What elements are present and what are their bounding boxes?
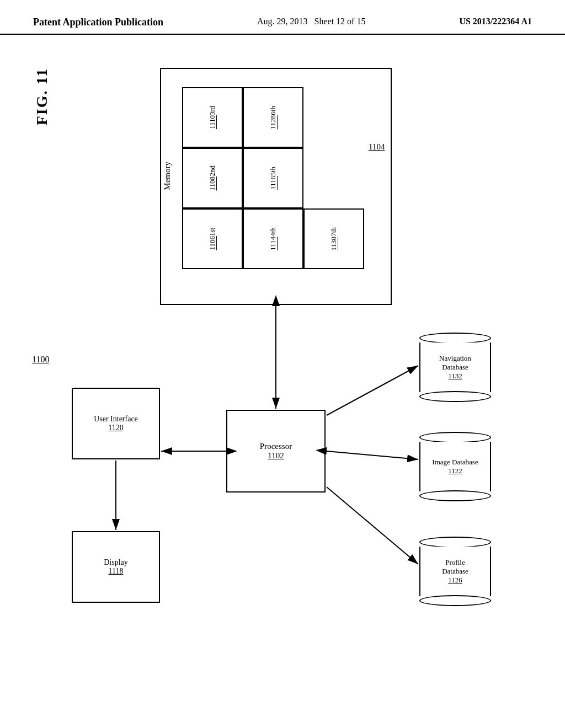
memory-cell-3rd: 3rd 1110	[182, 87, 243, 148]
figure-label: FIG. 11	[33, 68, 51, 125]
diagram-area: FIG. 11 1100 Memory 1104 3rd 1110 6th 11…	[0, 35, 565, 719]
system-label: 1100	[32, 355, 49, 365]
memory-cell-6th: 6th 1128	[243, 87, 303, 148]
publication-date-sheet: Aug. 29, 2013 Sheet 12 of 15	[257, 17, 365, 26]
memory-cell-1st: 1st 1106	[182, 208, 243, 269]
memory-label: Memory	[163, 162, 172, 190]
svg-line-6	[327, 451, 418, 459]
memory-cell-7th: 7th 1130	[303, 208, 364, 269]
svg-line-5	[327, 366, 418, 415]
image-database: Image Database 1122	[419, 432, 491, 501]
memory-cell-5th: 5th 1116	[243, 148, 303, 208]
user-interface-box: User Interface 1120	[72, 388, 160, 459]
publication-title: Patent Application Publication	[33, 17, 163, 28]
navigation-database: Navigation Database 1132	[419, 333, 491, 402]
page-header: Patent Application Publication Aug. 29, …	[0, 0, 565, 35]
publication-number: US 2013/222364 A1	[459, 17, 532, 26]
svg-line-7	[327, 487, 418, 564]
memory-cell-4th: 4th 1114	[243, 208, 303, 269]
memory-id: 1104	[369, 142, 385, 152]
processor-box: Processor 1102	[226, 410, 326, 493]
profile-database: Profile Database 1126	[419, 537, 491, 606]
memory-cell-2nd: 2nd 1108	[182, 148, 243, 208]
display-box: Display 1118	[72, 531, 160, 603]
